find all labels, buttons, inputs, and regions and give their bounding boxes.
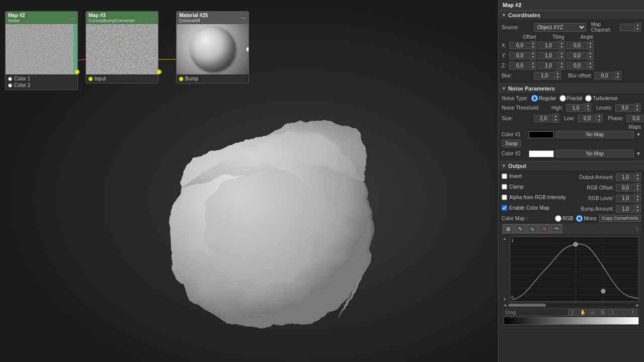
drag-btn-1[interactable]: | [568, 309, 577, 315]
z-angle-spinbox[interactable]: ▲▼ [567, 61, 594, 70]
z-tiling-input[interactable] [538, 62, 559, 69]
low-spinbox[interactable]: ▲▼ [578, 114, 603, 123]
cm-btn-wave[interactable]: 〜 [551, 224, 562, 233]
curve-scroll-left[interactable]: ◄ [503, 303, 507, 308]
blur-spinbox[interactable]: ▲▼ [534, 71, 561, 80]
output-amount-spinbox[interactable]: ▲▼ [616, 172, 641, 182]
drag-btn-fit[interactable]: ⊡ [598, 309, 607, 315]
clamp-checkbox[interactable] [502, 184, 507, 190]
curve-scroll-up[interactable]: ▲ [503, 236, 508, 241]
z-offset-input[interactable] [509, 62, 530, 69]
levels-input[interactable] [615, 104, 634, 112]
output-amount-input[interactable] [616, 173, 635, 181]
x-angle-spinbox[interactable]: ▲▼ [567, 41, 594, 50]
color2-nomap-btn[interactable]: No Map [556, 150, 634, 157]
bump-amount-input[interactable] [616, 205, 635, 213]
color1-map-arrow[interactable]: ▼ [636, 132, 641, 137]
node-material25-close[interactable]: — [241, 15, 246, 21]
cm-btn-curve[interactable]: ∿ [527, 224, 538, 233]
node-map2-header[interactable]: Map #2 Noise — [6, 12, 77, 24]
output-header[interactable]: ▼ Output [499, 161, 644, 170]
blur-offset-input[interactable] [594, 72, 615, 79]
enable-colormap-check[interactable]: Enable Color Map [502, 205, 549, 211]
rgb-level-input[interactable] [616, 195, 635, 202]
levels-spinbox[interactable]: ▲▼ [615, 103, 640, 112]
connector-color1-dot[interactable] [8, 77, 12, 81]
coordinates-header[interactable]: ▼ Coordinates [499, 11, 644, 20]
x-tiling-spinbox[interactable]: ▲▼ [538, 41, 565, 50]
drag-btn-frame[interactable]: ▭ [588, 309, 597, 315]
rgb-offset-input[interactable] [616, 184, 635, 192]
color2-map-arrow[interactable]: ▼ [636, 151, 641, 156]
x-offset-arrows[interactable]: ▲▼ [530, 41, 536, 50]
radio-fractal-input[interactable] [559, 95, 566, 102]
y-tiling-spinbox[interactable]: ▲▼ [538, 51, 565, 60]
invert-checkbox[interactable] [502, 173, 507, 179]
drag-btn-zoom-out[interactable]: - [618, 309, 627, 315]
rgb-offset-spinbox[interactable]: ▲▼ [616, 183, 641, 192]
curve-scroll-right[interactable]: ► [635, 303, 640, 308]
y-angle-input[interactable] [567, 52, 588, 59]
rgb-radio-input[interactable] [555, 215, 561, 222]
color2-swatch[interactable] [529, 150, 554, 157]
cm-btn-brush[interactable]: ✎ [515, 224, 526, 233]
node-map3-header[interactable]: Map #3 CoronaBumpConverter — [86, 12, 158, 24]
drag-btn-zoom-in[interactable]: + [628, 309, 637, 315]
clamp-check[interactable]: Clamp [502, 184, 524, 190]
node-map2-close[interactable]: — [70, 15, 75, 21]
curve-scroll-thumb[interactable] [508, 304, 546, 307]
copy-curve-btn[interactable]: Copy CurvePoints [599, 215, 641, 222]
blur-offset-spinbox[interactable]: ▲▼ [594, 71, 621, 80]
cm-btn-close[interactable]: ✕ [539, 224, 550, 233]
noise-header[interactable]: ▼ Noise Parameters [499, 84, 644, 93]
map-channel-input[interactable] [620, 24, 635, 31]
radio-turbulence-input[interactable] [585, 95, 592, 102]
mono-radio[interactable]: Mono [576, 215, 596, 222]
y-offset-input[interactable] [509, 52, 530, 59]
phase-input[interactable] [626, 115, 644, 122]
enable-colormap-checkbox[interactable] [502, 205, 507, 211]
low-input[interactable] [578, 115, 597, 122]
map-channel-down[interactable]: ▼ [635, 27, 640, 31]
drag-btn-bar[interactable]: | [608, 309, 617, 315]
size-input[interactable] [534, 115, 553, 122]
curve-scroll-down[interactable]: ▼ [503, 297, 508, 302]
node-material25-header[interactable]: Material #25 CoronaMtl — [177, 12, 249, 24]
y-angle-spinbox[interactable]: ▲▼ [567, 51, 594, 60]
y-tiling-input[interactable] [538, 52, 559, 59]
mono-radio-input[interactable] [576, 215, 583, 222]
alpha-checkbox[interactable] [502, 195, 507, 200]
bump-amount-spinbox[interactable]: ▲▼ [616, 204, 641, 213]
high-spinbox[interactable]: ▲▼ [566, 103, 591, 112]
color1-swatch[interactable] [529, 131, 554, 138]
x-tiling-arrows[interactable]: ▲▼ [559, 41, 565, 50]
rgb-radio[interactable]: RGB [555, 215, 574, 222]
phase-spinbox[interactable]: ▲▼ [626, 114, 644, 123]
x-angle-input[interactable] [567, 42, 588, 49]
z-tiling-spinbox[interactable]: ▲▼ [538, 61, 565, 70]
material-output-dot[interactable] [246, 47, 249, 52]
z-offset-spinbox[interactable]: ▲▼ [509, 61, 536, 70]
x-angle-arrows[interactable]: ▲▼ [588, 41, 594, 50]
x-offset-spinbox[interactable]: ▲▼ [509, 41, 536, 50]
z-angle-input[interactable] [567, 62, 588, 69]
size-spinbox[interactable]: ▲▼ [534, 114, 559, 123]
node-map3-close[interactable]: — [150, 15, 155, 21]
blur-input[interactable] [534, 72, 555, 79]
radio-regular[interactable]: Regular [531, 95, 556, 102]
source-select[interactable]: Object XYZ [534, 23, 586, 32]
high-input[interactable] [566, 104, 585, 112]
map-channel-spinbox[interactable]: ▲ ▼ [620, 23, 641, 32]
map-channel-arrows[interactable]: ▲ ▼ [635, 23, 641, 32]
radio-turbulence[interactable]: Turbulence [585, 95, 618, 102]
invert-check[interactable]: Invert [502, 173, 522, 179]
map-channel-up[interactable]: ▲ [635, 23, 640, 27]
cm-btn-grid[interactable]: ⊞ [503, 224, 514, 233]
radio-fractal[interactable]: Fractal [559, 95, 583, 102]
alpha-check[interactable]: Alpha from RGB Intensity [502, 195, 566, 200]
color1-nomap-btn[interactable]: No Map [556, 131, 634, 138]
x-tiling-input[interactable] [538, 42, 559, 49]
swap-button[interactable]: Swap [502, 140, 521, 147]
rgb-level-spinbox[interactable]: ▲▼ [616, 194, 641, 203]
curve-area[interactable]: 1 0 [510, 236, 639, 302]
